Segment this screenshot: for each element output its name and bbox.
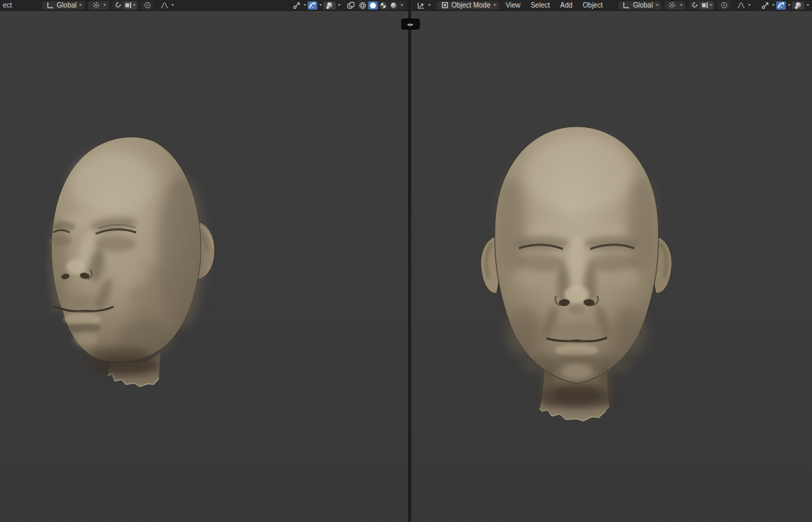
orientation-label: Global [56, 1, 76, 9]
shading-material-button[interactable] [378, 1, 388, 10]
show-gizmo-toggle[interactable] [760, 1, 770, 10]
chevron-down-icon [709, 4, 712, 6]
falloff-curve-icon [737, 1, 745, 9]
proportional-editing-toggle[interactable] [141, 1, 154, 10]
clipped-object-menu[interactable]: ect [3, 1, 16, 9]
viewport-right: Object Mode View Select Add Object Globa… [412, 0, 812, 522]
falloff-dropdown[interactable] [734, 1, 754, 10]
pivot-point-dropdown[interactable] [88, 1, 109, 10]
object-mode-icon [440, 1, 449, 10]
viewport-divider[interactable] [408, 0, 412, 522]
proportional-editing-icon [144, 1, 151, 9]
pivot-point-dropdown[interactable] [665, 1, 685, 10]
shading-rendered-button[interactable] [389, 1, 398, 10]
shading-wireframe-button[interactable] [358, 1, 367, 10]
menu-select[interactable]: Select [527, 1, 553, 9]
mode-dropdown[interactable]: Object Mode [437, 1, 499, 10]
pivot-point-icon [91, 1, 100, 10]
falloff-dropdown[interactable] [158, 1, 177, 10]
menu-object[interactable]: Object [579, 1, 606, 9]
chevron-down-icon [493, 4, 496, 6]
divider-resize-handle[interactable]: ◂▸ [401, 19, 420, 30]
head-model-three-quarter[interactable] [45, 135, 217, 391]
overlays-dropdown-chevron[interactable] [788, 4, 791, 6]
chevron-down-icon [133, 4, 136, 6]
viewport-right-canvas[interactable] [412, 11, 812, 522]
menu-add[interactable]: Add [557, 1, 576, 9]
shading-solid-button[interactable] [368, 1, 378, 10]
snap-magnet-toggle[interactable] [690, 1, 699, 10]
falloff-curve-icon [160, 1, 169, 9]
show-gizmo-toggle[interactable] [292, 1, 301, 10]
chevron-down-icon [748, 4, 751, 6]
render-preview-sphere-icon [325, 1, 334, 10]
shading-dropdown-chevron[interactable] [400, 4, 403, 6]
head-model-front[interactable] [476, 122, 676, 423]
orientation-label: Global [633, 1, 653, 9]
orientation-axes-icon [621, 1, 631, 10]
viewport-left-header: ect Global [0, 0, 408, 11]
chevron-down-icon [171, 4, 174, 6]
transform-orientation-dropdown[interactable]: Global [619, 1, 661, 10]
chevron-down-icon [103, 4, 106, 6]
snap-magnet-toggle[interactable] [113, 1, 122, 10]
viewport-left-canvas[interactable] [0, 11, 408, 522]
menu-view[interactable]: View [502, 1, 524, 9]
blender-window: ect Global [0, 0, 812, 522]
chevron-down-icon [656, 4, 659, 6]
viewport-left-display-cluster [292, 1, 405, 10]
editor-type-dropdown[interactable] [414, 1, 434, 10]
render-preview-dropdown[interactable] [323, 1, 336, 10]
mode-label: Object Mode [451, 1, 491, 9]
render-preview-chevron[interactable] [806, 4, 809, 6]
transform-orientation-dropdown[interactable]: Global [42, 1, 85, 10]
proportional-editing-icon [720, 1, 728, 9]
snap-target-dropdown[interactable] [123, 1, 137, 10]
chevron-down-icon [680, 4, 683, 6]
render-preview-chevron[interactable] [338, 4, 341, 6]
overlays-dropdown-chevron[interactable] [319, 4, 322, 6]
viewport-right-display-cluster [760, 1, 809, 10]
gizmo-dropdown-chevron[interactable] [772, 4, 775, 6]
snapping-group [112, 1, 138, 10]
snap-target-dropdown[interactable] [700, 1, 714, 10]
orientation-axes-icon [45, 1, 54, 10]
chevron-down-icon [428, 4, 431, 6]
editor-3d-viewport-icon [417, 1, 425, 10]
show-overlays-toggle[interactable] [308, 1, 317, 10]
toggle-xray-button[interactable] [346, 1, 356, 10]
snapping-group [689, 1, 714, 10]
render-preview-dropdown[interactable] [792, 1, 804, 10]
viewport-right-header: Object Mode View Select Add Object Globa… [412, 0, 812, 11]
chevron-down-icon [79, 4, 82, 6]
render-preview-sphere-icon [794, 1, 802, 10]
gizmo-dropdown-chevron[interactable] [303, 4, 306, 6]
proportional-editing-toggle[interactable] [718, 1, 731, 10]
viewport-left: ect Global [0, 0, 408, 522]
shading-mode-group [357, 1, 405, 10]
pivot-point-icon [667, 1, 677, 10]
show-overlays-toggle[interactable] [776, 1, 786, 10]
